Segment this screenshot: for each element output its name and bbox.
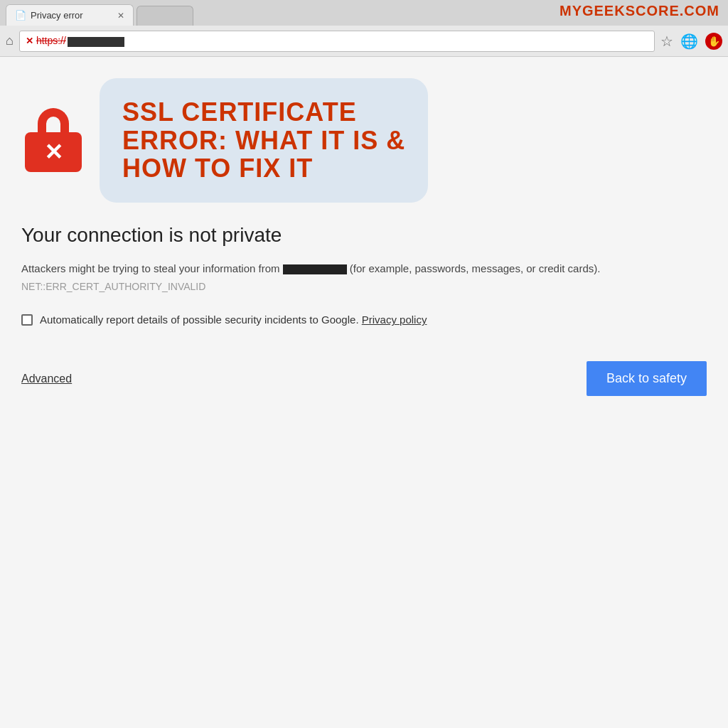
url-redacted xyxy=(68,37,124,47)
checkbox-row: Automatically report details of possible… xyxy=(21,314,707,326)
home-icon[interactable]: ⌂ xyxy=(6,33,14,48)
url-error-icon: ✕ xyxy=(26,36,33,46)
advanced-link[interactable]: Advanced xyxy=(21,373,72,385)
error-heading: Your connection is not private xyxy=(21,224,707,247)
url-bar[interactable]: ✕ https:// xyxy=(19,31,655,52)
hero-area: ✕ SSL CERTIFICATE ERROR: WHAT IT IS & HO… xyxy=(21,78,707,203)
error-code: NET::ERR_CERT_AUTHORITY_INVALID xyxy=(21,281,707,292)
site-branding: MYGEEKSCORE.COM xyxy=(560,3,719,19)
address-icons: ☆ 🌐 ✋ xyxy=(660,33,722,50)
privacy-policy-link[interactable]: Privacy policy xyxy=(362,314,427,326)
stop-icon[interactable]: ✋ xyxy=(705,33,722,50)
lock-icon-wrapper: ✕ xyxy=(21,108,85,172)
title-line1: SSL CERTIFICATE xyxy=(122,98,405,127)
title-card-text: SSL CERTIFICATE ERROR: WHAT IT IS & HOW … xyxy=(122,98,405,183)
tab-close-button[interactable]: ✕ xyxy=(117,11,124,21)
tab-bar: 📄 Privacy error ✕ MYGEEKSCORE.COM xyxy=(0,0,728,26)
star-icon[interactable]: ☆ xyxy=(660,33,673,50)
title-card: SSL CERTIFICATE ERROR: WHAT IT IS & HOW … xyxy=(100,78,428,203)
bottom-actions: Advanced Back to safety xyxy=(21,361,707,396)
checkbox-label: Automatically report details of possible… xyxy=(40,314,427,326)
url-text: https:// xyxy=(36,35,124,46)
lock-body: ✕ xyxy=(25,132,82,172)
lock-icon: ✕ xyxy=(21,108,85,172)
lock-shackle xyxy=(38,108,69,134)
globe-icon[interactable]: 🌐 xyxy=(680,33,698,50)
lock-x-mark: ✕ xyxy=(44,141,63,164)
new-tab[interactable] xyxy=(136,6,193,26)
title-line3: HOW TO FIX IT xyxy=(122,154,405,183)
report-checkbox[interactable] xyxy=(21,314,33,326)
error-desc-part2: (for example, passwords, messages, or cr… xyxy=(350,262,601,274)
domain-redacted xyxy=(283,264,347,274)
active-tab[interactable]: 📄 Privacy error ✕ xyxy=(6,4,134,26)
tab-icon: 📄 xyxy=(15,10,26,21)
address-bar: ⌂ ✕ https:// ☆ 🌐 ✋ xyxy=(0,26,728,57)
title-line2: ERROR: WHAT IT IS & xyxy=(122,127,405,155)
error-desc-part1: Attackers might be trying to steal your … xyxy=(21,262,279,274)
tab-title: Privacy error xyxy=(31,10,83,21)
checkbox-label-text: Automatically report details of possible… xyxy=(40,314,359,326)
page-content: ✕ SSL CERTIFICATE ERROR: WHAT IT IS & HO… xyxy=(0,57,728,728)
back-to-safety-button[interactable]: Back to safety xyxy=(587,361,707,396)
browser-window: 📄 Privacy error ✕ MYGEEKSCORE.COM ⌂ ✕ ht… xyxy=(0,0,728,728)
error-description: Attackers might be trying to steal your … xyxy=(21,261,707,277)
